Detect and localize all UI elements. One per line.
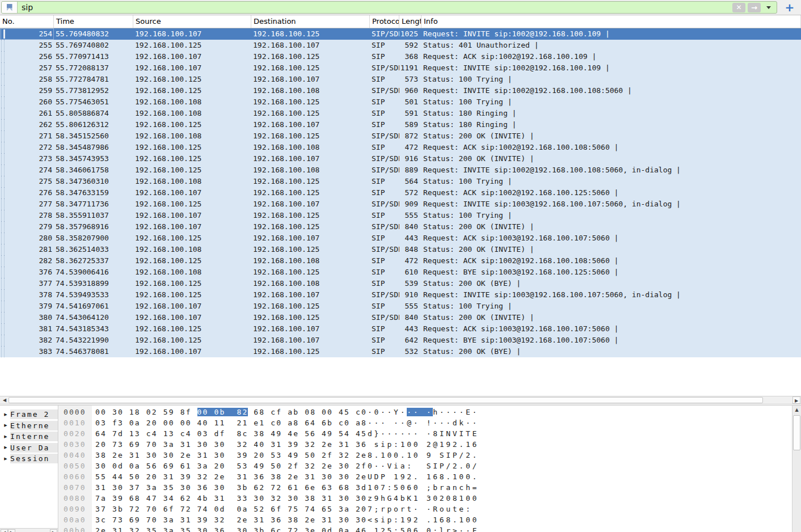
scroll-right-icon[interactable]: ▶ xyxy=(8,529,15,532)
packet-row[interactable]: 27258.345487986192.168.100.125192.168.10… xyxy=(0,142,801,153)
vscrollbar-thumb[interactable] xyxy=(793,415,800,450)
scroll-left-icon[interactable]: ◀ xyxy=(1,529,8,532)
scroll-left-icon[interactable]: ◀ xyxy=(1,396,9,404)
related-packet-indicator xyxy=(1,153,2,164)
expand-icon[interactable]: ▶ xyxy=(0,445,10,450)
column-header-protocol[interactable]: Protocol xyxy=(370,15,399,28)
scroll-right-icon[interactable]: ▶ xyxy=(792,396,800,404)
hex-ascii[interactable]: d}······ ·8INVITE xyxy=(368,428,479,439)
packet-row[interactable]: 26055.775463051192.168.100.108192.168.10… xyxy=(0,96,801,108)
related-packet-indicator xyxy=(1,289,2,301)
column-header-source[interactable]: Source xyxy=(133,15,251,28)
packet-row[interactable]: 28058.358207900192.168.100.125192.168.10… xyxy=(0,233,801,244)
packet-row[interactable]: 27558.347360310192.168.100.108192.168.10… xyxy=(0,176,801,187)
hex-bytes[interactable]: 03 f3 0a 20 00 00 40 11 21 e1 c0 a8 64 6… xyxy=(95,417,367,428)
packet-row[interactable]: 26155.805886874192.168.100.108192.168.10… xyxy=(0,108,801,119)
packet-row[interactable]: 37874.539493533192.168.100.125192.168.10… xyxy=(0,289,801,301)
packet-row[interactable]: 27158.345152560192.168.100.108192.168.10… xyxy=(0,130,801,142)
tree-item[interactable]: ▶Session xyxy=(0,453,58,464)
hex-ascii[interactable]: UDP 192. 168.100. xyxy=(368,471,479,482)
hex-ascii[interactable]: z9hG4bK1 30208100 xyxy=(368,493,479,504)
packet-row[interactable]: 37674.539006416192.168.100.108192.168.10… xyxy=(0,267,801,278)
expand-icon[interactable]: ▶ xyxy=(0,434,10,439)
packet-row[interactable]: 25555.769740802192.168.100.125192.168.10… xyxy=(0,40,801,51)
column-header-no[interactable]: No. xyxy=(0,15,54,28)
packet-row[interactable]: 27958.357968916192.168.100.107192.168.10… xyxy=(0,221,801,233)
hex-bytes[interactable]: 30 0d 0a 56 69 61 3a 20 53 49 50 2f 32 2… xyxy=(95,461,367,471)
scroll-up-icon[interactable]: ▲ xyxy=(793,406,800,414)
column-header-length[interactable]: Length xyxy=(399,15,421,28)
hex-bytes[interactable]: 37 3b 72 70 6f 72 74 0d 0a 52 6f 75 74 6… xyxy=(95,504,367,514)
filter-clear-button[interactable]: ✕ xyxy=(732,3,745,12)
cell-protocol: SIP/SDP xyxy=(370,244,399,255)
packet-row[interactable]: 28158.362514033192.168.100.108192.168.10… xyxy=(0,244,801,255)
tree-item[interactable]: ▶Frame 2 xyxy=(0,409,58,420)
packet-row[interactable]: 25755.772088137192.168.100.107192.168.10… xyxy=(0,62,801,74)
tree-item[interactable]: ▶Etherne xyxy=(0,420,58,431)
hex-bytes[interactable]: 64 7d 13 c4 13 c4 03 df 8c 38 49 4e 56 4… xyxy=(95,428,367,439)
hex-ascii[interactable]: 0··Via: SIP/2.0/ xyxy=(368,461,479,471)
filter-bookmark-button[interactable] xyxy=(2,2,18,13)
details-hscrollbar[interactable]: ◀ ▶ ▶ xyxy=(0,528,58,532)
packet-row[interactable]: 37774.539318899192.168.100.125192.168.10… xyxy=(0,278,801,289)
expand-icon[interactable]: ▶ xyxy=(0,457,10,461)
packet-row[interactable]: 25955.773812952192.168.100.125192.168.10… xyxy=(0,85,801,96)
packet-row[interactable]: 27858.355911037192.168.100.107192.168.10… xyxy=(0,210,801,221)
filter-dropdown-icon[interactable] xyxy=(766,6,771,9)
hex-bytes[interactable]: 2e 31 32 35 3a 35 30 36 30 3b 6c 72 3e 0… xyxy=(95,525,367,532)
hex-ascii[interactable]: sip:100 2@192.16 xyxy=(368,439,479,450)
packet-row[interactable]: 38374.546378081192.168.100.107192.168.10… xyxy=(0,346,801,357)
column-header-destination[interactable]: Destination xyxy=(251,15,370,28)
hscrollbar-thumb[interactable] xyxy=(9,397,763,403)
hex-bytes[interactable]: 3c 73 69 70 3a 31 39 32 2e 31 36 38 2e 3… xyxy=(95,514,367,525)
filter-query-text[interactable]: sip xyxy=(18,2,732,13)
packet-list-hscrollbar[interactable]: ◀ ▶ xyxy=(0,396,801,404)
cell-destination: 192.168.100.125 xyxy=(251,346,370,357)
packet-row[interactable]: 27758.347711736192.168.100.125192.168.10… xyxy=(0,199,801,210)
hex-bytes[interactable]: 7a 39 68 47 34 62 4b 31 33 30 32 30 38 3… xyxy=(95,493,367,504)
hex-ascii[interactable]: <sip:192 .168.100 xyxy=(368,514,479,525)
cell-info: Request: INVITE sip:1003@192.168.100.107… xyxy=(421,199,801,210)
hex-bytes-pre: 64 7d 13 c4 13 c4 03 df 8c 38 49 4e 56 4… xyxy=(95,429,367,438)
column-header-time[interactable]: Time xyxy=(54,15,133,28)
packet-row[interactable]: 27458.346061758192.168.100.125192.168.10… xyxy=(0,164,801,176)
cell-time: 74.546378081 xyxy=(54,346,133,357)
hex-bytes[interactable]: 55 44 50 20 31 39 32 2e 31 36 38 2e 31 3… xyxy=(95,471,367,482)
packet-row[interactable]: 38174.543185343192.168.100.125192.168.10… xyxy=(0,323,801,335)
packet-row[interactable]: 38274.543221990192.168.100.125192.168.10… xyxy=(0,335,801,346)
hex-ascii[interactable]: ·0··Y··· ·h····E· xyxy=(368,407,479,417)
expand-icon[interactable]: ▶ xyxy=(0,412,10,417)
hex-bytes[interactable]: 31 30 37 3a 35 30 36 30 3b 62 72 61 6e 6… xyxy=(95,482,367,493)
expand-icon[interactable]: ▶ xyxy=(0,423,10,428)
hex-bytes[interactable]: 38 2e 31 30 30 2e 31 30 39 20 53 49 50 2… xyxy=(95,450,367,461)
column-header-info[interactable]: Info xyxy=(421,15,801,28)
packet-row[interactable]: 38074.543064120192.168.100.107192.168.10… xyxy=(0,312,801,323)
packet-row[interactable]: 28258.362725337192.168.100.125192.168.10… xyxy=(0,255,801,267)
hex-offset: 0090 xyxy=(64,504,86,514)
scroll-right-icon[interactable]: ▶ xyxy=(50,529,57,532)
hex-ascii[interactable]: 107:5060 ;branch= xyxy=(368,482,479,493)
hex-ascii[interactable]: ··· ··@· !···dk·· xyxy=(368,417,479,428)
display-filter-input[interactable]: sip ✕ → xyxy=(1,1,777,14)
filter-apply-button[interactable]: → xyxy=(748,3,761,12)
packet-row[interactable]: 25855.772784781192.168.100.125192.168.10… xyxy=(0,74,801,85)
hex-ascii[interactable]: .125:506 0;lr>··F xyxy=(368,525,479,532)
cell-destination: 192.168.100.125 xyxy=(251,96,370,108)
packet-row[interactable]: 27658.347633159192.168.100.107192.168.10… xyxy=(0,187,801,199)
cell-destination: 192.168.100.108 xyxy=(251,85,370,96)
cell-protocol: SIP/SDP xyxy=(370,153,399,164)
hex-ascii[interactable]: 7;rport· ·Route: xyxy=(368,504,479,514)
packet-row[interactable]: 25455.769480832192.168.100.107192.168.10… xyxy=(0,28,801,40)
cell-source: 192.168.100.108 xyxy=(133,96,251,108)
tree-item[interactable]: ▶Interne xyxy=(0,431,58,442)
hex-bytes[interactable]: 20 73 69 70 3a 31 30 30 32 40 31 39 32 2… xyxy=(95,439,367,450)
packet-row[interactable]: 26255.806126312192.168.100.125192.168.10… xyxy=(0,119,801,130)
hex-bytes[interactable]: 00 30 18 02 59 8f 00 0b 82 68 cf ab 08 0… xyxy=(95,407,367,417)
packet-row[interactable]: 27358.345743953192.168.100.125192.168.10… xyxy=(0,153,801,164)
packet-row[interactable]: 37974.541697061192.168.100.107192.168.10… xyxy=(0,301,801,312)
tree-item[interactable]: ▶User Da xyxy=(0,442,58,453)
hex-ascii[interactable]: 8.100.10 9 SIP/2. xyxy=(368,450,479,461)
bytes-vscrollbar[interactable]: ▲ xyxy=(792,406,801,532)
packet-row[interactable]: 25655.770971413192.168.100.107192.168.10… xyxy=(0,51,801,62)
add-filter-button[interactable]: + xyxy=(783,1,796,14)
